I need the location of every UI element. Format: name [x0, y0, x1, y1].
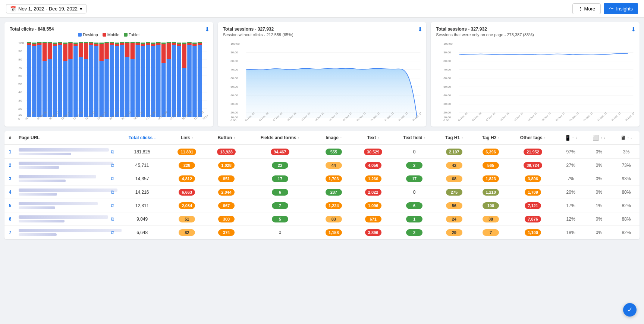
- sort-text-field-icon[interactable]: ↑: [424, 136, 426, 140]
- cell-tablet-pct: 0%: [585, 172, 613, 186]
- download-icon-2[interactable]: ⬇: [418, 26, 422, 33]
- cell-value: 44: [314, 159, 354, 172]
- col-header-text[interactable]: Text ↑: [354, 131, 393, 145]
- svg-rect-115: [187, 43, 192, 45]
- sort-text-icon[interactable]: ↑: [377, 136, 379, 140]
- cell-mobile-pct: 18%: [557, 226, 585, 239]
- sort-tag-h2-icon[interactable]: ↑: [498, 136, 500, 140]
- svg-rect-39: [58, 45, 62, 117]
- download-icon-1[interactable]: ⬇: [205, 26, 210, 33]
- external-link-icon[interactable]: ⧉: [111, 149, 114, 155]
- table-row: 6 ⧉ 9,04951300583671124387,87612%0%88%: [4, 212, 640, 226]
- col-header-link[interactable]: Link ↑: [167, 131, 207, 145]
- download-icon-3[interactable]: ⬇: [631, 26, 636, 33]
- cell-value: 374: [207, 226, 246, 239]
- col-header-image[interactable]: Image ↑: [314, 131, 354, 145]
- svg-rect-122: [198, 42, 202, 43]
- sort-fields-icon[interactable]: ↑: [298, 136, 300, 140]
- cell-tablet-pct: 0%: [585, 226, 613, 239]
- cell-total-clicks: 9,049: [117, 212, 167, 226]
- col-header-desktop[interactable]: 🖥 ↑↓: [613, 131, 640, 145]
- external-link-icon[interactable]: ⧉: [111, 176, 114, 182]
- chart-sessions-no-clicks: ⬇ Total sessions - 327,932 Session witho…: [218, 22, 427, 127]
- cell-value: 29: [436, 226, 472, 239]
- more-button[interactable]: ⋮ More: [572, 3, 601, 14]
- svg-rect-96: [156, 45, 161, 117]
- col-header-total-clicks[interactable]: Total clicks ↓: [117, 131, 167, 145]
- external-link-icon[interactable]: ⧉: [111, 162, 114, 168]
- cell-desktop-pct: 82%: [613, 199, 640, 212]
- cell-value: 38: [472, 212, 509, 226]
- row-number: 4: [4, 186, 16, 199]
- table-row: 5 ⧉ 12,3112,03466771,2241,0966561007,121…: [4, 199, 640, 212]
- row-number: 1: [4, 145, 16, 159]
- col-header-tag-h1[interactable]: Tag H1 ↑: [436, 131, 472, 145]
- svg-rect-107: [172, 42, 176, 43]
- svg-rect-93: [151, 46, 155, 117]
- cell-value: 68: [436, 172, 472, 186]
- col-header-button[interactable]: Button ↑: [207, 131, 246, 145]
- cell-value: 2,044: [207, 186, 246, 199]
- col-header-text-field[interactable]: Text field ↑: [393, 131, 436, 145]
- svg-text:30.00: 30.00: [230, 102, 238, 106]
- col-header-tag-h2[interactable]: Tag H2 ↑: [472, 131, 509, 145]
- external-link-icon[interactable]: ⧉: [111, 216, 114, 222]
- svg-rect-106: [172, 43, 176, 45]
- svg-rect-85: [135, 43, 140, 45]
- svg-text:07 Nov, 22: 07 Nov, 22: [486, 112, 496, 121]
- svg-rect-38: [53, 43, 57, 44]
- svg-rect-50: [73, 43, 78, 44]
- cell-value: 275: [436, 186, 472, 199]
- more-dots-icon: ⋮: [578, 6, 583, 12]
- row-number: 7: [4, 226, 16, 239]
- cell-tablet-pct: 1%: [585, 199, 613, 212]
- svg-rect-40: [58, 43, 62, 45]
- insights-button[interactable]: 〜 Insights: [604, 3, 638, 14]
- svg-rect-69: [110, 45, 114, 117]
- external-link-icon[interactable]: ⧉: [111, 203, 114, 209]
- svg-text:30.00: 30.00: [444, 102, 451, 106]
- svg-text:50.00: 50.00: [444, 85, 451, 88]
- mobile-device-icon: 📱: [565, 135, 571, 141]
- svg-rect-99: [161, 63, 166, 117]
- svg-text:07 Dec, 22: 07 Dec, 22: [583, 112, 594, 121]
- cell-value: 1,158: [314, 226, 354, 239]
- svg-rect-91: [146, 43, 150, 45]
- cell-mobile-pct: 7%: [557, 172, 585, 186]
- sort-image-icon[interactable]: ↑: [340, 136, 342, 140]
- sort-total-clicks-icon[interactable]: ↓: [154, 136, 156, 140]
- sort-other-tags-icon[interactable]: ↑: [544, 136, 546, 140]
- sort-button-icon[interactable]: ↑: [233, 136, 235, 140]
- col-header-tablet[interactable]: ⬜ ↑↓: [585, 131, 613, 145]
- cell-value: 1,100: [509, 226, 557, 239]
- sort-link-icon[interactable]: ↑: [191, 136, 193, 140]
- col-header-other-tags[interactable]: Other tags ↑: [509, 131, 557, 145]
- svg-rect-108: [177, 46, 181, 117]
- svg-rect-31: [43, 43, 47, 61]
- cell-value: 13,928: [207, 145, 246, 159]
- svg-rect-89: [141, 43, 145, 44]
- svg-rect-103: [167, 43, 171, 59]
- cell-desktop-pct: 82%: [613, 226, 640, 239]
- svg-rect-56: [84, 42, 88, 43]
- sort-tag-h1-icon[interactable]: ↑: [461, 136, 463, 140]
- table-row: 4 ⧉ 14,2166,6632,04462872,02202751,2101,…: [4, 186, 640, 199]
- date-picker[interactable]: 📅 Nov 1, 2022 - Dec 19, 2022 ▾: [6, 4, 87, 13]
- svg-rect-90: [146, 45, 150, 117]
- cell-value: 21,952: [509, 145, 557, 159]
- svg-rect-24: [32, 46, 37, 117]
- legend-mobile: Mobile: [103, 32, 119, 37]
- col-header-mobile[interactable]: 📱 ↑↓: [557, 131, 585, 145]
- cell-desktop-pct: 93%: [613, 172, 640, 186]
- cell-value: 667: [207, 199, 246, 212]
- svg-rect-64: [99, 44, 104, 61]
- svg-rect-53: [79, 42, 83, 43]
- col-header-fields[interactable]: Fields and forms ↑: [246, 131, 314, 145]
- svg-text:90.00: 90.00: [444, 51, 451, 54]
- external-link-icon[interactable]: ⧉: [111, 230, 114, 236]
- svg-text:10.00: 10.00: [444, 116, 451, 119]
- external-link-icon[interactable]: ⧉: [111, 189, 114, 195]
- cell-value: 100: [472, 199, 509, 212]
- cell-desktop-pct: 3%: [613, 145, 640, 159]
- cell-value: 17: [393, 172, 436, 186]
